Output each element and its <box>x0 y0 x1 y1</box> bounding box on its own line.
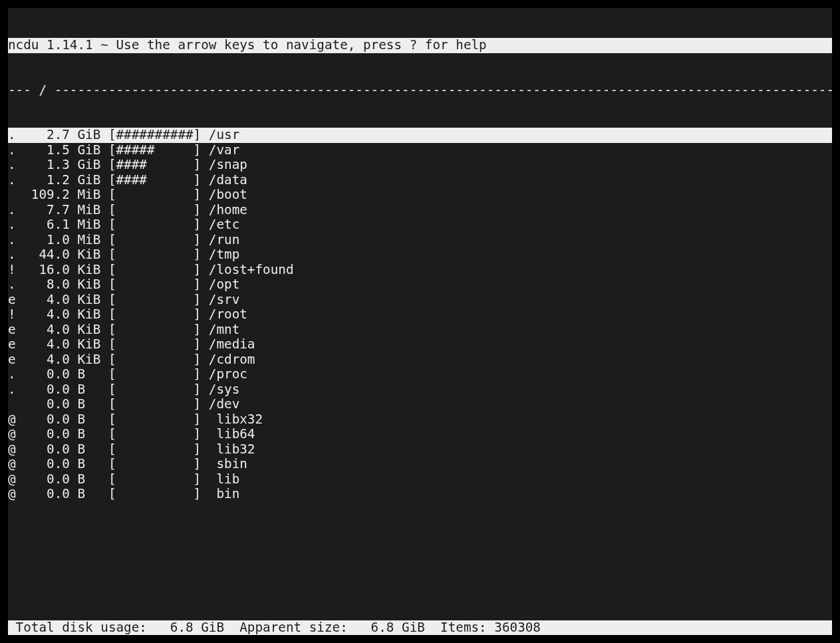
list-item[interactable]: . 1.2 GiB [#### ] /data <box>8 173 832 188</box>
header-bar: ncdu 1.14.1 ~ Use the arrow keys to navi… <box>8 38 832 53</box>
list-item[interactable]: @ 0.0 B [ ] libx32 <box>8 412 832 428</box>
list-item[interactable]: . 0.0 B [ ] /proc <box>8 367 832 382</box>
list-item[interactable]: . 2.7 GiB [##########] /usr <box>8 128 832 143</box>
status-bar: Total disk usage: 6.8 GiB Apparent size:… <box>8 620 832 636</box>
list-item[interactable]: ! 16.0 KiB [ ] /lost+found <box>8 263 832 278</box>
list-item[interactable]: . 44.0 KiB [ ] /tmp <box>8 247 832 263</box>
list-item[interactable]: e 4.0 KiB [ ] /srv <box>8 293 832 308</box>
list-item[interactable]: e 4.0 KiB [ ] /media <box>8 337 832 352</box>
list-item[interactable]: @ 0.0 B [ ] lib64 <box>8 427 832 442</box>
list-item[interactable]: 0.0 B [ ] /dev <box>8 397 832 412</box>
list-item[interactable]: e 4.0 KiB [ ] /cdrom <box>8 352 832 368</box>
list-item[interactable]: @ 0.0 B [ ] sbin <box>8 457 832 472</box>
path-line: --- / ----------------------------------… <box>8 83 832 98</box>
list-item[interactable]: . 0.0 B [ ] /sys <box>8 382 832 398</box>
list-item[interactable]: e 4.0 KiB [ ] /mnt <box>8 322 832 338</box>
list-item[interactable]: . 1.3 GiB [#### ] /snap <box>8 158 832 173</box>
list-item[interactable]: @ 0.0 B [ ] lib <box>8 472 832 487</box>
list-item[interactable]: . 7.7 MiB [ ] /home <box>8 203 832 218</box>
list-item[interactable]: . 1.5 GiB [##### ] /var <box>8 143 832 158</box>
list-item[interactable]: ! 4.0 KiB [ ] /root <box>8 307 832 322</box>
terminal[interactable]: ncdu 1.14.1 ~ Use the arrow keys to navi… <box>8 8 832 635</box>
list-item[interactable]: @ 0.0 B [ ] bin <box>8 487 832 502</box>
list-item[interactable]: @ 0.0 B [ ] lib32 <box>8 442 832 457</box>
list-item[interactable]: . 6.1 MiB [ ] /etc <box>8 217 832 233</box>
file-list[interactable]: . 2.7 GiB [##########] /usr . 1.5 GiB [#… <box>8 128 832 502</box>
list-item[interactable]: . 1.0 MiB [ ] /run <box>8 233 832 248</box>
list-item[interactable]: . 8.0 KiB [ ] /opt <box>8 277 832 293</box>
list-item[interactable]: 109.2 MiB [ ] /boot <box>8 188 832 203</box>
